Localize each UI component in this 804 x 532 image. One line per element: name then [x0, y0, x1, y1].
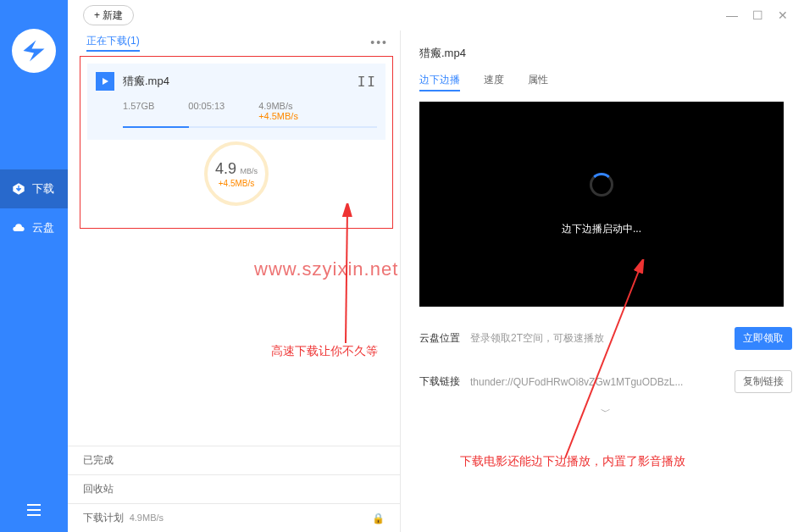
tab-plan[interactable]: 下载计划 4.9MB/s 🔒 — [68, 503, 400, 532]
tab-completed[interactable]: 已完成 — [68, 446, 400, 474]
window-minimize[interactable]: — — [719, 5, 745, 25]
app-logo — [0, 0, 68, 102]
nav-cloud-label: 云盘 — [32, 220, 54, 236]
loading-text: 边下边播启动中... — [562, 222, 641, 236]
download-link-label: 下载链接 — [419, 374, 470, 389]
annotation-arrow — [320, 203, 371, 347]
annotation-text-2: 下载电影还能边下边播放，内置了影音播放 — [460, 454, 685, 469]
nav-download-label: 下载 — [32, 181, 54, 197]
loading-spinner — [590, 173, 613, 197]
cloud-location-label: 云盘位置 — [419, 331, 470, 346]
claim-button[interactable]: 立即领取 — [735, 327, 792, 350]
annotation-arrow-2 — [557, 259, 658, 463]
tab-speed-detail[interactable]: 速度 — [484, 73, 504, 91]
nav-cloud[interactable]: 云盘 — [0, 208, 68, 247]
menu-button[interactable] — [0, 503, 68, 517]
tab-downloading[interactable]: 正在下载(1) — [86, 34, 140, 52]
tab-play-while-download[interactable]: 边下边播 — [419, 73, 460, 91]
window-close[interactable]: ✕ — [770, 5, 796, 25]
pause-button[interactable]: II — [358, 74, 377, 90]
svg-line-1 — [565, 264, 641, 458]
hamburger-icon — [25, 503, 42, 517]
download-icon — [12, 182, 25, 196]
annotation-text-1: 高速下载让你不久等 — [271, 344, 378, 359]
task-speed: 4.9MB/s +4.5MB/s — [258, 101, 343, 121]
new-button[interactable]: + 新建 — [83, 5, 134, 25]
task-filename: 猎瘢.mp4 — [123, 74, 358, 89]
nav-download[interactable]: 下载 — [0, 169, 68, 208]
detail-filename: 猎瘢.mp4 — [419, 46, 792, 61]
play-icon — [96, 72, 114, 91]
cloud-icon — [12, 221, 25, 235]
tab-attributes[interactable]: 属性 — [528, 73, 548, 91]
lock-icon: 🔒 — [372, 513, 385, 524]
progress-bar — [123, 126, 377, 128]
task-time: 00:05:13 — [188, 101, 225, 121]
more-icon[interactable]: ••• — [370, 36, 388, 49]
download-task[interactable]: 猎瘢.mp4 II 1.57GB 00:05:13 4.9MB/s +4.5MB… — [87, 64, 385, 140]
tab-recycle[interactable]: 回收站 — [68, 474, 400, 503]
speed-badge: 4.9 MB/s +4.5MB/s — [204, 141, 269, 206]
copy-link-button[interactable]: 复制链接 — [735, 370, 792, 393]
window-maximize[interactable]: ☐ — [745, 5, 770, 25]
svg-line-0 — [346, 208, 347, 343]
task-size: 1.57GB — [123, 101, 154, 121]
